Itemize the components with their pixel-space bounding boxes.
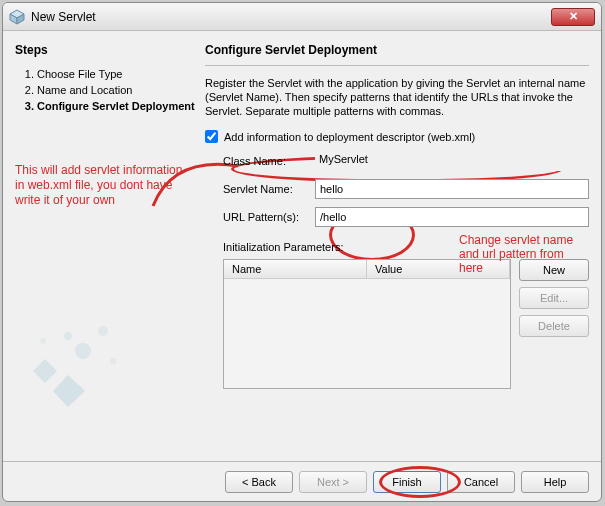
servlet-name-input[interactable] [315,179,589,199]
deploy-checkbox[interactable] [205,130,218,143]
content-area: Steps Choose File Type Name and Location… [3,31,601,461]
next-button: Next > [299,471,367,493]
col-name: Name [224,260,367,278]
description: Register the Servlet with the applicatio… [205,76,589,118]
step-item: Name and Location [37,83,195,97]
close-button[interactable]: ✕ [551,8,595,26]
main-panel: Configure Servlet Deployment Register th… [205,43,589,453]
dialog-window: New Servlet ✕ Steps Choose File Type Nam… [2,2,602,502]
steps-panel: Steps Choose File Type Name and Location… [15,43,195,453]
finish-button[interactable]: Finish [373,471,441,493]
param-buttons: New Edit... Delete [519,259,589,389]
back-button[interactable]: < Back [225,471,293,493]
param-table-body [224,279,510,388]
bottom-bar: < Back Next > Finish Cancel Help [3,461,601,501]
steps-list: Choose File Type Name and Location Confi… [15,67,195,113]
class-label: Class Name: [223,155,315,167]
step-item: Choose File Type [37,67,195,81]
edit-button: Edit... [519,287,589,309]
checkbox-row: Add information to deployment descriptor… [205,130,589,143]
delete-button: Delete [519,315,589,337]
step-item-active: Configure Servlet Deployment [37,99,195,113]
fields-group: Class Name: MyServlet Servlet Name: URL … [205,151,589,235]
init-params-area: Name Value New Edit... Delete [205,259,589,389]
url-pattern-input[interactable] [315,207,589,227]
steps-heading: Steps [15,43,195,57]
window-title: New Servlet [31,10,551,24]
url-label: URL Pattern(s): [223,211,315,223]
param-table[interactable]: Name Value [223,259,511,389]
checkbox-label: Add information to deployment descriptor… [224,131,475,143]
annotation-right: Change servlet name and url pattern from… [459,233,589,275]
titlebar: New Servlet ✕ [3,3,601,31]
servlet-label: Servlet Name: [223,183,315,195]
main-heading: Configure Servlet Deployment [205,43,589,57]
annotation-left: This will add servlet information in web… [15,163,195,208]
app-icon [9,9,25,25]
divider [205,65,589,66]
class-name-value: MyServlet [315,151,589,171]
close-icon: ✕ [569,10,578,23]
help-button[interactable]: Help [521,471,589,493]
cancel-button[interactable]: Cancel [447,471,515,493]
